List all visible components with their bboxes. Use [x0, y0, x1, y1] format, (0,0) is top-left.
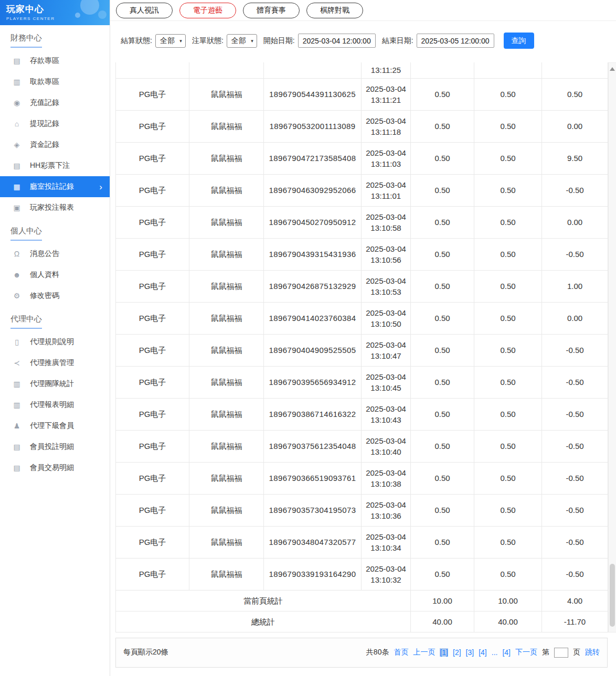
order-status-select[interactable]: 全部 ▾ — [227, 34, 257, 48]
next-page-link[interactable]: 下一页 — [515, 648, 537, 657]
sidebar-item-cashout-records[interactable]: ⌂提現記錄 — [0, 113, 110, 134]
cell-game-name: 鼠鼠福福 — [189, 366, 264, 398]
cell-valid-bet: 0.50 — [474, 142, 542, 174]
cell-provider: PG电子 — [116, 238, 189, 270]
cell-bet-time: 2025-03-04 13:10:53 — [362, 270, 411, 302]
sidebar-item-hh-lottery-bets[interactable]: ▤HH彩票下注 — [0, 155, 110, 176]
cell-win-loss: -0.50 — [542, 558, 608, 590]
cell-bet-time: 2025-03-04 13:10:40 — [362, 430, 411, 462]
start-date-label: 開始日期: — [263, 36, 295, 46]
sidebar-item-hall-bet-records[interactable]: ▦廳室投註記錄› — [0, 176, 110, 197]
cell-bet-time: 2025-03-04 13:10:50 — [362, 302, 411, 334]
prev-page-link[interactable]: 上一页 — [413, 648, 435, 657]
sidebar-item-agent-team-stats[interactable]: ▥代理團隊統計 — [0, 373, 110, 394]
list-icon: ▤ — [12, 464, 22, 472]
cell-valid-bet: 0.50 — [474, 238, 542, 270]
cell-order-id: 1896790450270950912 — [264, 206, 362, 238]
sidebar-item-agent-sub-members[interactable]: ♟代理下級會員 — [0, 415, 110, 436]
sidebar-nav: 財務中心▤存款專區▥取款專區◉充值記錄⌂提現記錄◈資金記錄▤HH彩票下注▦廳室投… — [0, 25, 110, 478]
ledger-icon: ▥ — [12, 401, 22, 409]
end-date-input[interactable] — [417, 34, 494, 48]
tab-sports[interactable]: 體育賽事 — [243, 3, 300, 18]
table-row: PG电子鼠鼠福福18967905320011130892025-03-04 13… — [116, 110, 608, 142]
cashout-icon: ⌂ — [12, 120, 22, 128]
first-page-link[interactable]: 首页 — [394, 648, 408, 657]
lottery-list-icon: ▤ — [12, 162, 22, 170]
cell-valid-bet: 0.50 — [474, 302, 542, 334]
jump-prefix-label: 第 — [542, 648, 549, 657]
page-link[interactable]: [1] — [440, 648, 448, 657]
cell-valid-bet: 0.50 — [474, 270, 542, 302]
cell-valid-bet: 0.50 — [474, 430, 542, 462]
sidebar-item-profile[interactable]: ☻個人資料 — [0, 264, 110, 285]
sidebar-item-withdraw[interactable]: ▥取款專區 — [0, 71, 110, 92]
sidebar-item-player-bet-report[interactable]: ▣玩家投注報表 — [0, 197, 110, 218]
cell-bet-amount: 0.50 — [411, 302, 474, 334]
cell-win-loss: -0.50 — [542, 526, 608, 558]
search-button[interactable]: 查詢 — [504, 33, 534, 49]
table-row: PG电子鼠鼠福福18967905443911306252025-03-04 13… — [116, 78, 608, 110]
cell-valid-bet — [474, 62, 542, 78]
sidebar-item-agent-report-detail[interactable]: ▥代理報表明細 — [0, 394, 110, 415]
page-link[interactable]: [3] — [466, 648, 474, 657]
page-link[interactable]: [2] — [453, 648, 461, 657]
cell-bet-time: 2025-03-04 13:10:32 — [362, 558, 411, 590]
cell-game-name: 鼠鼠福福 — [189, 430, 264, 462]
tab-board-games[interactable]: 棋牌對戰 — [306, 3, 363, 18]
cell-valid-bet: 0.50 — [474, 206, 542, 238]
sidebar-item-member-bet-detail[interactable]: ▤會員投註明細 — [0, 436, 110, 457]
sidebar-item-deposit[interactable]: ▤存款專區 — [0, 50, 110, 71]
scrollbar-thumb[interactable] — [610, 564, 615, 627]
cell-valid-bet: 0.50 — [474, 398, 542, 430]
sidebar-item-funds-records[interactable]: ◈資金記錄 — [0, 134, 110, 155]
settle-status-select[interactable]: 全部 ▾ — [155, 34, 186, 48]
table-row: PG电子鼠鼠福福18967904502709509122025-03-04 13… — [116, 206, 608, 238]
sidebar-item-label: 代理報表明細 — [30, 400, 74, 410]
cell-win-loss: -0.50 — [542, 494, 608, 526]
cell-bet-time: 2025-03-04 13:11:03 — [362, 142, 411, 174]
sidebar-item-change-password[interactable]: ⚙修改密碼 — [0, 285, 110, 306]
tab-live-casino[interactable]: 真人視訊 — [116, 3, 173, 18]
cell-order-id: 1896790339193164290 — [264, 558, 362, 590]
cell-bet-time: 2025-03-04 13:10:36 — [362, 494, 411, 526]
page-link[interactable]: [4] — [479, 648, 487, 657]
cell-bet-time: 13:11:25 — [362, 62, 411, 78]
jump-button[interactable]: 跳转 — [585, 648, 600, 657]
summary-row-total: 總統計40.0040.00-11.70 — [116, 611, 608, 632]
sidebar-item-member-transaction-detail[interactable]: ▤會員交易明細 — [0, 457, 110, 478]
sidebar-item-label: HH彩票下注 — [30, 161, 70, 170]
page-ellipsis: ... — [492, 648, 498, 657]
cell-valid-bet: 0.50 — [474, 366, 542, 398]
sidebar-item-announcements[interactable]: Ω消息公告 — [0, 243, 110, 264]
cell-win-loss: -0.50 — [542, 462, 608, 494]
cell-valid-bet: 0.50 — [474, 110, 542, 142]
share-icon: ≺ — [12, 359, 22, 367]
cell-provider: PG电子 — [116, 78, 189, 110]
cell-bet-amount: 0.50 — [411, 366, 474, 398]
jump-page-input[interactable] — [554, 648, 568, 658]
cell-win-loss: 0.50 — [542, 78, 608, 110]
sidebar-item-label: 修改密碼 — [30, 291, 59, 301]
settle-status-label: 結算狀態: — [121, 36, 152, 46]
cell-provider: PG电子 — [116, 174, 189, 206]
sidebar-item-recharge-records[interactable]: ◉充值記錄 — [0, 92, 110, 113]
table-scrollbar[interactable] — [608, 62, 616, 632]
cell-bet-amount: 0.50 — [411, 494, 474, 526]
tab-electronic-games[interactable]: 電子遊藝 — [179, 3, 236, 18]
cell-game-name: 鼠鼠福福 — [189, 494, 264, 526]
app-root: 玩家中心 PLAYERS CENTER 財務中心▤存款專區▥取款專區◉充值記錄⌂… — [0, 0, 616, 676]
app-subtitle: PLAYERS CENTER — [6, 16, 103, 21]
scroll-up-arrow-icon[interactable] — [610, 67, 615, 71]
chevron-right-icon: › — [99, 183, 102, 191]
section-title: 個人中心 — [0, 218, 110, 243]
sidebar-item-agent-rules[interactable]: ▯代理規則說明 — [0, 331, 110, 352]
summary-value: 10.00 — [474, 590, 542, 611]
sidebar-item-label: 取款專區 — [30, 77, 59, 87]
sidebar-item-agent-promotion[interactable]: ≺代理推廣管理 — [0, 352, 110, 373]
start-date-input[interactable] — [298, 34, 376, 48]
cell-game-name: 鼠鼠福福 — [189, 334, 264, 366]
section-title: 財務中心 — [0, 25, 110, 50]
sidebar-item-label: 代理推廣管理 — [30, 358, 74, 368]
page-link[interactable]: [4] — [502, 648, 511, 657]
gear-icon: ⚙ — [12, 292, 22, 300]
